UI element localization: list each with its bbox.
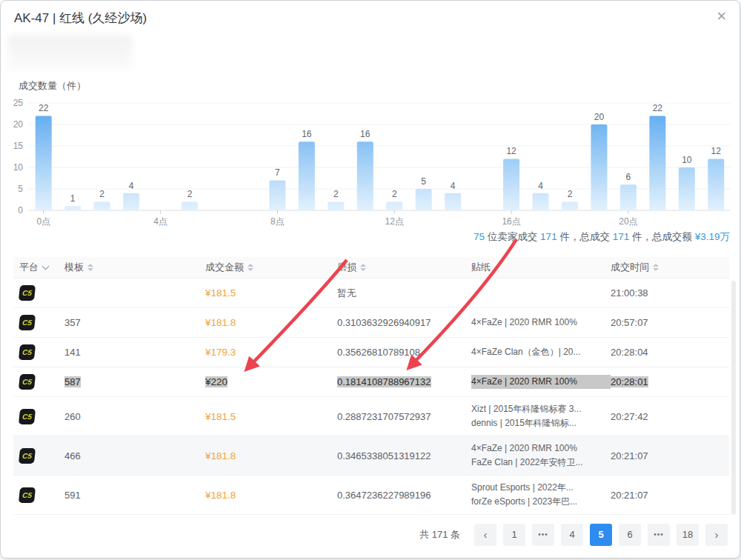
- wear-value: 0.1814108788967132: [337, 376, 431, 387]
- bar-value-label: 12: [506, 146, 516, 156]
- table-row[interactable]: C5¥181.5暂无21:00:38: [13, 279, 729, 308]
- table-header: 平台 模板 成交金额 磨损 贴纸 成交时间: [13, 257, 729, 279]
- table-scrollbar[interactable]: [731, 281, 736, 515]
- sellers-count: 75: [473, 231, 488, 242]
- bar-hour-8[interactable]: [269, 180, 285, 210]
- bar-hour-5[interactable]: [182, 201, 198, 210]
- x-axis-tick: 0点: [36, 216, 50, 227]
- page-button-4[interactable]: 4: [561, 524, 583, 546]
- bar-hour-19[interactable]: [591, 124, 607, 210]
- sort-icon[interactable]: [360, 264, 366, 271]
- bar-hour-21[interactable]: [649, 116, 665, 210]
- wear-value: 0.35626810789108: [337, 347, 420, 358]
- wear-value: 暂无: [337, 287, 356, 299]
- table-row[interactable]: C5357¥181.80.31036329269409174×FaZe | 20…: [13, 308, 729, 338]
- column-header-template[interactable]: 模板: [64, 261, 205, 274]
- bar-value-label: 22: [39, 103, 49, 113]
- sort-icon[interactable]: [247, 264, 253, 271]
- column-header-time[interactable]: 成交时间: [611, 261, 729, 274]
- wear-value: 0.3647236227989196: [337, 490, 431, 501]
- bar-hour-12[interactable]: [386, 201, 402, 210]
- deal-time: 21:00:38: [611, 287, 648, 299]
- platform-c5-icon: C5: [19, 285, 36, 301]
- bar-hour-17[interactable]: [533, 193, 549, 210]
- x-axis-tick: 20点: [619, 216, 637, 227]
- sort-icon[interactable]: [87, 264, 93, 271]
- bar-hour-23[interactable]: [708, 159, 724, 210]
- transactions-table: 平台 模板 成交金额 磨损 贴纸 成交时间 C5¥181.5暂无21:00:38…: [13, 257, 729, 515]
- y-axis-tick: 15: [13, 141, 24, 151]
- page-button-6[interactable]: 6: [619, 524, 641, 546]
- platform-c5-icon: C5: [19, 409, 36, 424]
- ellipsis-page-button[interactable]: •••: [648, 524, 670, 546]
- table-row[interactable]: C5591¥181.80.3647236227989196Sprout Espo…: [13, 476, 729, 515]
- bar-value-label: 20: [594, 112, 605, 122]
- bar-value-label: 2: [333, 189, 339, 199]
- close-icon[interactable]: ×: [717, 7, 726, 26]
- sticker-text: 4×FaZe | 2020 RMR 100%: [471, 375, 611, 389]
- pagination: 共 171 条 ‹1•••456•••18›: [419, 524, 728, 546]
- sort-icon[interactable]: [653, 264, 659, 271]
- sticker-text: Sprout Esports | 2022年...: [471, 481, 611, 495]
- y-axis-tick: 0: [18, 205, 23, 216]
- bar-hour-13[interactable]: [416, 189, 432, 210]
- bar-value-label: 2: [99, 189, 104, 199]
- bar-value-label: 2: [568, 189, 573, 199]
- wear-value: 0.2887231707572937: [337, 411, 431, 422]
- page-button-1[interactable]: 1: [503, 524, 525, 546]
- page-button-5[interactable]: 5: [590, 524, 612, 546]
- bar-hour-22[interactable]: [679, 167, 695, 210]
- table-row[interactable]: C5466¥181.80.34653380513191224×FaZe | 20…: [13, 436, 729, 476]
- deal-price: ¥181.5: [205, 411, 236, 422]
- bar-value-label: 22: [653, 103, 663, 113]
- bar-hour-9[interactable]: [299, 141, 315, 210]
- column-header-stickers: 贴纸: [471, 261, 611, 274]
- column-header-price[interactable]: 成交金额: [205, 261, 337, 274]
- bar-hour-0[interactable]: [36, 116, 52, 210]
- deal-time: 20:57:07: [611, 317, 648, 328]
- bar-value-label: 4: [129, 181, 134, 191]
- table-row[interactable]: C5141¥179.30.356268107891084×FaZe Clan（金…: [13, 338, 729, 367]
- deal-price: ¥179.3: [205, 347, 236, 358]
- column-header-platform[interactable]: 平台: [19, 261, 64, 274]
- bar-hour-2[interactable]: [94, 201, 110, 210]
- deal-time: 20:28:04: [611, 347, 648, 358]
- dialog-title: AK-47 | 红线 (久经沙场): [14, 10, 147, 27]
- bar-hour-3[interactable]: [123, 193, 139, 210]
- sales-volume-bar-chart[interactable]: 051015202522124271621625412422062210120点…: [1, 73, 740, 232]
- bar-hour-1[interactable]: [64, 206, 81, 210]
- platform-c5-icon: C5: [19, 487, 36, 503]
- sticker-text: 4×FaZe | 2020 RMR 100%: [471, 316, 611, 330]
- column-header-wear[interactable]: 磨损: [337, 261, 471, 274]
- ellipsis-page-button[interactable]: •••: [532, 524, 554, 546]
- table-row[interactable]: C5260¥181.50.2887231707572937Xizt | 2015…: [13, 397, 729, 436]
- chevron-down-icon: [42, 263, 50, 270]
- bar-value-label: 7: [275, 167, 280, 178]
- x-axis-tick: 16点: [502, 216, 520, 227]
- table-row[interactable]: C5587¥2200.18141087889671324×FaZe | 2020…: [13, 367, 729, 397]
- item-history-dialog: AK-47 | 红线 (久经沙场) × 成交数量（件） 051015202522…: [0, 0, 740, 559]
- bar-value-label: 6: [626, 172, 631, 182]
- bar-hour-14[interactable]: [445, 193, 461, 210]
- bar-value-label: 2: [392, 189, 397, 199]
- bar-hour-10[interactable]: [328, 201, 344, 210]
- deal-price: ¥181.8: [205, 490, 236, 501]
- y-axis-tick: 5: [18, 184, 23, 194]
- bar-value-label: 1: [70, 193, 76, 204]
- platform-c5-icon: C5: [19, 374, 36, 390]
- y-axis-tick: 25: [13, 98, 24, 108]
- platform-c5-icon: C5: [19, 315, 36, 330]
- bar-hour-16[interactable]: [503, 159, 519, 210]
- bar-hour-18[interactable]: [562, 201, 578, 210]
- deal-time: 20:28:01: [611, 376, 648, 387]
- bar-value-label: 10: [682, 155, 692, 165]
- sticker-text: forZe eSports | 2023年巴...: [471, 495, 611, 509]
- sticker-text: FaZe Clan | 2022年安特卫...: [471, 456, 611, 470]
- prev-page-button[interactable]: ‹: [474, 524, 496, 546]
- template-id: 357: [64, 317, 81, 328]
- bar-hour-11[interactable]: [357, 141, 373, 210]
- bar-hour-20[interactable]: [620, 184, 637, 210]
- template-id: 587: [64, 376, 81, 387]
- page-button-18[interactable]: 18: [677, 524, 699, 546]
- next-page-button[interactable]: ›: [705, 524, 728, 546]
